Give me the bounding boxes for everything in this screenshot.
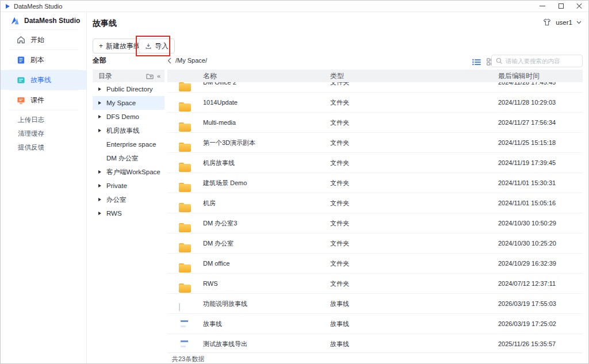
maximize-button[interactable] <box>552 1 570 12</box>
sidebar: DataMesh Studio 开始 剧本 故事线 <box>1 12 87 364</box>
table-row[interactable]: RWS 文件夹 2024/07/12 12:37:11 <box>167 274 583 294</box>
row-name: DM 办公室3 <box>203 219 237 228</box>
tree-header-label: 目录 <box>98 71 112 81</box>
breadcrumb-path[interactable]: /My Space/ <box>175 57 207 64</box>
chevron-right-icon[interactable] <box>98 170 103 174</box>
row-name: 第一个3D演示剧本 <box>203 139 255 147</box>
table-row[interactable]: DM Office 2 文件夹 2024/11/28 17:45:45 <box>167 82 583 93</box>
table-row[interactable]: 第一个3D演示剧本 文件夹 2024/11/25 15:15:18 <box>167 133 583 153</box>
row-name: 机房 <box>203 199 216 208</box>
tree-item[interactable]: 客户端WorkSpace <box>93 165 165 179</box>
app-logo-icon <box>6 4 10 9</box>
row-name: 故事线 <box>203 320 222 328</box>
divider <box>9 110 78 110</box>
tree-item[interactable]: RWS <box>93 206 165 220</box>
table-row[interactable]: 机房故事线 文件夹 2024/11/19 17:39:45 <box>167 153 583 173</box>
row-time: 2026/03/19 17:25:02 <box>498 320 556 327</box>
row-type: 故事线 <box>330 300 349 308</box>
tree-item-label: Public Directory <box>106 86 153 93</box>
chevron-right-icon[interactable] <box>98 198 103 201</box>
row-type: 文件夹 <box>330 179 349 187</box>
table-row[interactable]: 功能说明故事线 故事线 2026/03/19 17:55:03 <box>167 294 583 314</box>
row-time: 2024/11/27 17:56:34 <box>498 119 556 126</box>
chevron-right-icon[interactable] <box>98 212 103 215</box>
sidebar-item-script[interactable]: 剧本 <box>1 50 86 70</box>
sidebar-item-courseware[interactable]: 课件 <box>1 90 86 110</box>
sidebar-item-label: 课件 <box>30 95 44 105</box>
upload-log-link[interactable]: 上传日志 <box>1 113 86 127</box>
tree-item-selected[interactable]: My Space <box>93 96 165 110</box>
search-input[interactable] <box>506 58 578 64</box>
window-title: DataMesh Studio <box>14 3 533 10</box>
row-type: 文件夹 <box>330 98 349 107</box>
tree-item[interactable]: 机房故事线 <box>93 124 165 137</box>
filter-all-label: 全部 <box>93 56 106 66</box>
row-type: 故事线 <box>330 340 349 348</box>
tree-item[interactable]: DFS Demo <box>93 110 165 124</box>
table-footer: 共23条数据 <box>167 352 583 364</box>
collapse-panel-icon[interactable]: « <box>157 72 160 79</box>
user-name: user1 <box>556 19 572 26</box>
import-button[interactable]: 导入 <box>139 39 175 53</box>
table-row[interactable]: Multi-media 文件夹 2024/11/27 17:56:34 <box>167 113 583 133</box>
row-time: 2026/03/19 17:55:03 <box>498 300 556 307</box>
chevron-right-icon[interactable] <box>98 115 103 118</box>
import-label: 导入 <box>155 41 169 51</box>
chevron-right-icon <box>98 143 103 146</box>
chevron-right-icon[interactable] <box>98 87 103 91</box>
sidebar-item-storyline[interactable]: 故事线 <box>1 70 86 90</box>
minimize-button[interactable] <box>533 1 552 12</box>
column-time: 最后编辑时间 <box>498 71 540 81</box>
row-time: 2024/11/01 15:05:16 <box>498 200 556 206</box>
table-row[interactable]: 建筑场景 Demo 文件夹 2024/11/01 15:30:31 <box>167 173 583 193</box>
tree-item[interactable]: 办公室 <box>93 193 165 206</box>
table-row[interactable]: 1014Update 文件夹 2024/11/28 10:29:03 <box>167 93 583 113</box>
row-time: 2024/11/28 17:45:45 <box>498 82 556 86</box>
sidebar-item-label: 剧本 <box>30 55 44 65</box>
tree-item-label: My Space <box>106 99 136 106</box>
table-row[interactable]: DM 办公室3 文件夹 2024/10/30 10:50:29 <box>167 213 583 233</box>
tree-item[interactable]: DM 办公室 <box>93 151 165 165</box>
row-name: 机房故事线 <box>203 159 235 167</box>
sidebar-item-label: 故事线 <box>30 75 51 85</box>
clear-cache-link[interactable]: 清理缓存 <box>1 127 86 140</box>
chevron-right-icon[interactable] <box>98 101 103 105</box>
chevron-right-icon <box>98 156 103 160</box>
list-view-icon[interactable] <box>472 59 481 66</box>
sidebar-item-start[interactable]: 开始 <box>1 30 86 49</box>
row-time: 2024/07/12 12:37:11 <box>498 280 556 287</box>
row-time: 2024/11/25 15:15:18 <box>498 139 556 146</box>
theme-shirt-icon[interactable] <box>542 18 552 26</box>
table-row[interactable]: 测试故事线导出 故事线 2025/11/26 15:35:57 <box>167 334 583 352</box>
chevron-right-icon[interactable] <box>98 129 103 132</box>
chevron-right-icon[interactable] <box>98 184 103 187</box>
column-name: 名称 <box>203 71 217 81</box>
table-row[interactable]: DM office 文件夹 2024/10/29 16:32:39 <box>167 254 583 274</box>
plus-icon: + <box>99 42 103 50</box>
row-time: 2024/11/28 10:29:03 <box>498 99 556 106</box>
tree-item-label: 机房故事线 <box>106 127 140 135</box>
tree-item[interactable]: Enterprise space <box>93 137 165 151</box>
user-area[interactable]: user1 <box>542 18 582 26</box>
row-name: 建筑场景 Demo <box>203 179 247 187</box>
row-name: DM office <box>203 260 230 267</box>
row-type: 文件夹 <box>330 82 349 87</box>
feedback-link[interactable]: 提供反馈 <box>1 140 86 154</box>
table-row[interactable]: DM 办公室 文件夹 2024/10/30 10:25:20 <box>167 233 583 254</box>
tree-item-label: Enterprise space <box>106 141 156 148</box>
new-storyline-label: 新建故事线 <box>106 41 140 51</box>
table-row[interactable]: 故事线 故事线 2026/03/19 17:25:02 <box>167 314 583 334</box>
search-box <box>491 55 583 67</box>
new-folder-icon[interactable] <box>146 73 154 79</box>
tree-item[interactable]: Public Directory <box>93 82 165 96</box>
back-chevron-icon[interactable] <box>167 58 171 64</box>
brand-logo-icon <box>10 16 20 26</box>
row-name: DM Office 2 <box>203 82 236 86</box>
tree-item-label: RWS <box>106 210 122 217</box>
titlebar: DataMesh Studio <box>1 1 588 12</box>
close-button[interactable] <box>570 1 588 12</box>
table-body: DM Office 2 文件夹 2024/11/28 17:45:45 1014… <box>167 82 583 352</box>
table-row[interactable]: 机房 文件夹 2024/11/01 15:05:16 <box>167 193 583 213</box>
row-name: 功能说明故事线 <box>203 300 247 308</box>
tree-item[interactable]: Private <box>93 179 165 193</box>
